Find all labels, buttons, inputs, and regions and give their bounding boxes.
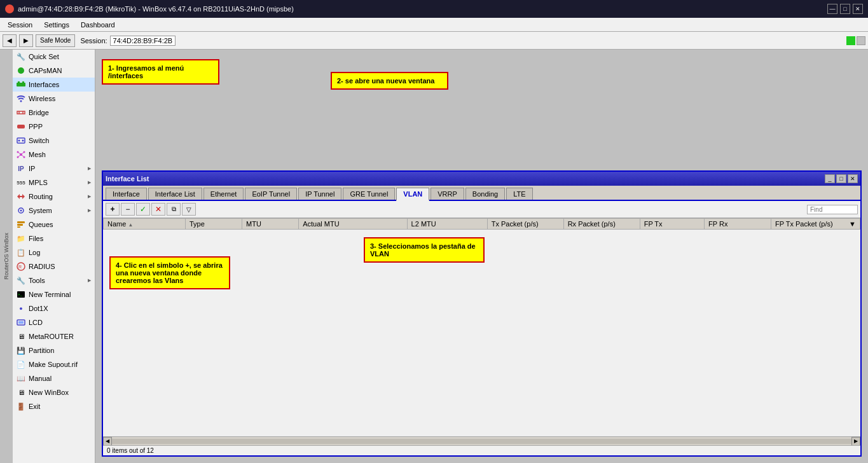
scroll-left-button[interactable]: ◀ xyxy=(103,437,112,446)
sidebar-label-capsman: CAPsMAN xyxy=(29,67,62,74)
sidebar-item-wireless[interactable]: Wireless xyxy=(13,92,95,106)
sidebar-item-metarouter[interactable]: 🖥 MetaROUTER xyxy=(13,329,95,343)
tab-lte[interactable]: LTE xyxy=(506,188,532,200)
col-type[interactable]: Type xyxy=(185,219,242,230)
interface-list-window: Interface List _ □ ✕ Interface Interface… xyxy=(102,170,862,457)
sidebar-item-radius[interactable]: R RADIUS xyxy=(13,259,95,273)
sidebar-item-new-terminal[interactable]: >_ New Terminal xyxy=(13,287,95,301)
col-fp-rx[interactable]: FP Rx xyxy=(705,219,771,230)
wrench-icon: 🔧 xyxy=(17,52,25,61)
menu-bar: Session Settings Dashboard xyxy=(0,18,868,32)
sidebar-item-mesh[interactable]: Mesh xyxy=(13,148,95,162)
col-tx-packet[interactable]: Tx Packet (p/s) xyxy=(487,219,563,230)
sidebar-item-bridge[interactable]: Bridge xyxy=(13,106,95,120)
sidebar-label-exit: Exit xyxy=(29,403,40,410)
toolbar: ◀ ▶ Safe Mode Session: 74:4D:28:B9:F4:2B xyxy=(0,32,868,50)
svg-text:>_: >_ xyxy=(18,293,23,296)
sidebar-item-ppp[interactable]: PPP xyxy=(13,120,95,134)
queues-icon xyxy=(17,220,25,229)
sidebar-item-exit[interactable]: 🚪 Exit xyxy=(13,399,95,413)
status-bar: 0 items out of 12 xyxy=(103,445,860,455)
col-l2mtu[interactable]: L2 MTU xyxy=(407,219,487,230)
sidebar-item-queues[interactable]: Queues xyxy=(13,218,95,232)
col-rx-packet[interactable]: Rx Packet (p/s) xyxy=(563,219,640,230)
sidebar-item-log[interactable]: 📋 Log xyxy=(13,245,95,259)
log-icon: 📋 xyxy=(17,248,25,257)
sidebar-item-interfaces[interactable]: Interfaces xyxy=(13,78,95,92)
table-area: Name ▲ Type MTU Actual MTU L2 MTU Tx Pac… xyxy=(103,218,860,436)
title-bar: admin@74:4D:28:B9:F4:2B (MikroTik) - Win… xyxy=(0,0,868,18)
sidebar-item-manual[interactable]: 📖 Manual xyxy=(13,371,95,385)
sidebar-item-quick-set[interactable]: 🔧 Quick Set xyxy=(13,50,95,64)
svg-point-9 xyxy=(18,140,20,142)
sidebar-item-switch[interactable]: Switch xyxy=(13,134,95,148)
window-close-button[interactable]: ✕ xyxy=(848,174,858,183)
sidebar-item-system[interactable]: System xyxy=(13,204,95,218)
forward-button[interactable]: ▶ xyxy=(19,34,33,47)
sidebar-item-tools[interactable]: 🔧 Tools xyxy=(13,273,95,287)
scroll-right-button[interactable]: ▶ xyxy=(851,437,860,446)
sidebar-item-mpls[interactable]: 555 MPLS xyxy=(13,176,95,190)
tab-vlan[interactable]: VLAN xyxy=(396,188,429,201)
back-button[interactable]: ◀ xyxy=(3,34,17,47)
col-actual-mtu[interactable]: Actual MTU xyxy=(299,219,407,230)
sidebar-label-lcd: LCD xyxy=(29,319,43,326)
disable-button[interactable]: ✕ xyxy=(151,203,165,216)
svg-rect-4 xyxy=(17,111,25,114)
sidebar-item-files[interactable]: 📁 Files xyxy=(13,232,95,245)
safe-mode-button[interactable]: Safe Mode xyxy=(36,34,75,47)
tab-ip-tunnel[interactable]: IP Tunnel xyxy=(298,188,341,200)
svg-rect-24 xyxy=(17,226,20,228)
add-button[interactable]: + xyxy=(106,203,120,216)
maximize-button[interactable]: □ xyxy=(840,4,850,14)
lcd-icon xyxy=(17,318,25,327)
enable-button[interactable]: ✓ xyxy=(136,203,150,216)
sidebar-label-tools: Tools xyxy=(29,277,45,284)
sidebar-label-system: System xyxy=(29,207,52,214)
svg-rect-7 xyxy=(17,125,25,128)
sidebar-item-lcd[interactable]: LCD xyxy=(13,315,95,329)
col-fp-tx[interactable]: FP Tx xyxy=(640,219,704,230)
sidebar-item-new-winbox[interactable]: 🖥 New WinBox xyxy=(13,385,95,399)
col-mtu[interactable]: MTU xyxy=(242,219,299,230)
copy-button[interactable]: ⧉ xyxy=(167,203,181,216)
window-maximize-button[interactable]: □ xyxy=(836,174,846,183)
sidebar-label-interfaces: Interfaces xyxy=(29,81,59,88)
metarouter-icon: 🖥 xyxy=(17,332,25,341)
remove-button[interactable]: − xyxy=(121,203,135,216)
menu-session[interactable]: Session xyxy=(3,20,38,30)
close-button[interactable]: ✕ xyxy=(853,4,863,14)
tab-ethernet[interactable]: Ethernet xyxy=(203,188,244,200)
window-minimize-button[interactable]: _ xyxy=(825,174,835,183)
supout-icon: 📄 xyxy=(17,360,25,369)
tab-bonding[interactable]: Bonding xyxy=(465,188,505,200)
svg-line-19 xyxy=(21,155,24,157)
sidebar-item-ip[interactable]: IP IP xyxy=(13,162,95,176)
main-layout: RouterOS WinBox 🔧 Quick Set CAPsMAN Inte… xyxy=(0,50,868,463)
annotation-1: 1- Ingresamos al menú /interfaces xyxy=(102,59,219,85)
sidebar-item-capsman[interactable]: CAPsMAN xyxy=(13,64,95,78)
sidebar-item-routing[interactable]: Routing xyxy=(13,190,95,204)
tab-gre-tunnel[interactable]: GRE Tunnel xyxy=(343,188,395,200)
wireless-icon xyxy=(17,94,25,103)
sidebar-label-routing: Routing xyxy=(29,193,53,200)
tab-eoip-tunnel[interactable]: EoIP Tunnel xyxy=(245,188,297,200)
sidebar-item-partition[interactable]: 💾 Partition xyxy=(13,343,95,357)
sidebar-item-dot1x[interactable]: ● Dot1X xyxy=(13,301,95,315)
minimize-button[interactable]: — xyxy=(827,4,837,14)
find-input[interactable] xyxy=(807,205,858,214)
sidebar-label-switch: Switch xyxy=(29,137,49,144)
sidebar: 🔧 Quick Set CAPsMAN Interfaces Wireless … xyxy=(13,50,95,463)
sidebar-item-make-supout[interactable]: 📄 Make Supout.rif xyxy=(13,357,95,371)
col-name[interactable]: Name ▲ xyxy=(104,219,186,230)
tab-interface-list[interactable]: Interface List xyxy=(148,188,202,200)
col-fp-tx-packet[interactable]: FP Tx Packet (p/s) ▼ xyxy=(771,219,860,230)
menu-dashboard[interactable]: Dashboard xyxy=(76,20,120,30)
tab-interface[interactable]: Interface xyxy=(106,188,147,200)
tab-vrrp[interactable]: VRRP xyxy=(431,188,464,200)
scroll-track[interactable] xyxy=(112,439,851,444)
annotation-4: 4- Clic en el simbolo +, se abrira una n… xyxy=(109,256,230,289)
menu-settings[interactable]: Settings xyxy=(39,20,74,30)
filter-button[interactable]: ▽ xyxy=(182,203,196,216)
system-icon xyxy=(17,206,25,215)
